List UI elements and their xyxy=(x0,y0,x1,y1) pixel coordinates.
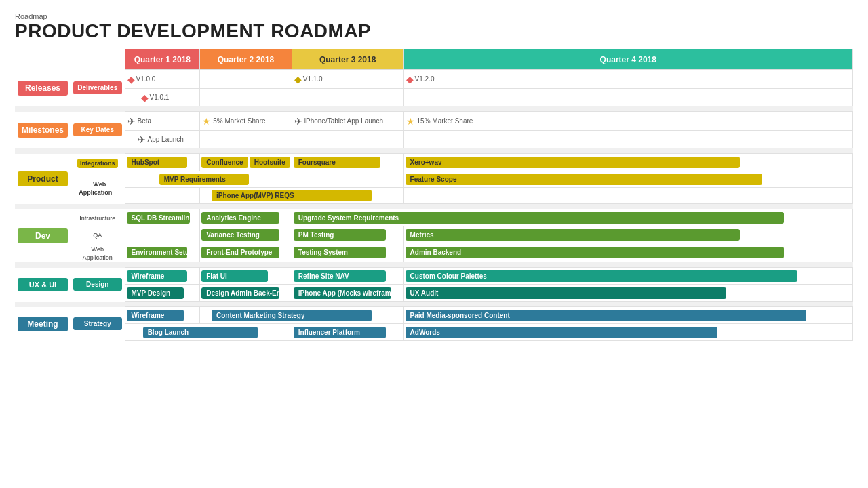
bar-admin-backend: Admin Backend xyxy=(406,247,785,258)
bar-foursquare: Foursquare xyxy=(294,157,380,168)
diamond-v100: ◆ xyxy=(127,74,135,85)
webapp-sublabel: WebApplication xyxy=(79,179,116,198)
bar-hubspot: HubSpot xyxy=(127,157,188,168)
bar-hootsuite: Hootsuite xyxy=(250,157,290,168)
spacer-4 xyxy=(15,262,853,268)
star-icon-5pct: ★ xyxy=(202,116,211,127)
infra-sublabel: Infrastructure xyxy=(79,215,115,222)
bar-colour-palettes: Custom Colour Palettes xyxy=(406,270,798,282)
bar-iphone-mvp: iPhone App(MVP) REQS xyxy=(212,190,372,201)
bar-sql: SQL DB Streamline xyxy=(127,212,190,224)
bar-influencer-platform: Influencer Platform xyxy=(294,327,386,338)
dev-label: Dev xyxy=(18,228,68,243)
releases-row-2: ◆ V1.0.1 xyxy=(15,89,853,106)
bar-confluence: Confluence xyxy=(201,157,248,168)
integrations-sublabel: Integrations xyxy=(77,159,118,168)
diamond-v101: ◆ xyxy=(141,92,149,103)
milestone-market-share-15: ★ 15% Market Share xyxy=(406,115,850,127)
bar-flat-ui: Flat UI xyxy=(201,270,268,282)
bar-blog-launch: Blog Launch xyxy=(143,327,258,338)
milestones-row-2: ✈ App Launch xyxy=(15,131,853,148)
bar-frontend: Front-End Prototype xyxy=(201,247,279,258)
bar-analytics: Analytics Engine xyxy=(201,212,279,224)
bar-mvp-design: MVP Design xyxy=(127,287,184,299)
bar-pm-testing: PM Testing xyxy=(294,229,386,241)
design-label: Design xyxy=(73,278,122,291)
star-icon-15pct: ★ xyxy=(406,116,415,127)
milestone-market-share-5: ★ 5% Market Share xyxy=(202,115,290,127)
spacer-2 xyxy=(15,148,853,154)
dev-webapp-sublabel: WebApplication xyxy=(83,246,113,261)
milestone-app-launch: ✈ App Launch xyxy=(127,134,198,146)
spacer-3 xyxy=(15,204,853,209)
product-webapp-row-2: iPhone App(MVP) REQS xyxy=(15,188,853,204)
ux-row-1: UX & UI Design Wireframe Flat UI Refine … xyxy=(15,268,853,285)
spacer-5 xyxy=(15,302,853,307)
strategy-label: Strategy xyxy=(73,317,122,330)
bar-feature-scope: Feature Scope xyxy=(406,174,762,185)
bar-metrics: Metrics xyxy=(406,229,740,241)
roadmap-table: Quarter 1 2018 Quarter 2 2018 Quarter 3 … xyxy=(15,49,853,341)
quarter-4-header: Quarter 4 2018 xyxy=(403,49,852,70)
bar-paid-media: Paid Media-sponsored Content xyxy=(406,310,807,321)
meeting-row-1: Meeting Strategy Wireframe Content Marke… xyxy=(15,307,853,324)
bar-upgrade-sys: Upgrade System Requirements xyxy=(294,212,785,224)
milestones-label: Milestones xyxy=(18,123,68,138)
diamond-v110: ◆ xyxy=(294,74,302,85)
dev-qa-row: QA Variance Testing PM Testing Metrics xyxy=(15,226,853,243)
header-label: Roadmap xyxy=(15,12,853,20)
quarter-3-header: Quarter 3 2018 xyxy=(292,49,403,70)
milestones-row-1: Milestones Key Dates ✈ Beta ★ 5% Mark xyxy=(15,112,853,131)
spacer-1 xyxy=(15,106,853,112)
keydates-label: Key Dates xyxy=(73,123,122,136)
qa-sublabel: QA xyxy=(93,232,102,239)
ux-label: UX & UI xyxy=(18,278,68,291)
bar-adwords: AdWords xyxy=(406,327,717,338)
release-v101: V1.0.1 xyxy=(150,94,170,101)
bar-variance: Variance Testing xyxy=(201,229,279,241)
bar-refine-nav: Refine Site NAV xyxy=(294,270,386,282)
bar-ux-audit: UX Audit xyxy=(406,287,726,299)
releases-label: Releases xyxy=(18,81,68,96)
releases-row: Releases Deliverables ◆ V1.0.0 xyxy=(15,70,853,89)
product-label: Product xyxy=(18,171,68,186)
release-v120: V1.2.0 xyxy=(415,75,435,83)
dev-webapp-row: WebApplication Environment Setup Front-E… xyxy=(15,243,853,262)
meeting-label: Meeting xyxy=(18,317,68,331)
deliverables-label: Deliverables xyxy=(73,81,122,94)
product-webapp-row-1: WebApplication MVP Requirements Feature … xyxy=(15,171,853,188)
plane-icon-beta: ✈ xyxy=(127,116,136,127)
bar-iphone-mocks: iPhone App (Mocks wireframe) xyxy=(294,287,391,299)
milestone-iphone-launch: ✈ iPhone/Tablet App Launch xyxy=(294,115,401,127)
quarter-1-header: Quarter 1 2018 xyxy=(125,49,200,70)
bar-design-admin: Design Admin Back-End xyxy=(201,287,279,299)
bar-testing-sys: Testing System xyxy=(294,247,386,258)
bar-content-marketing: Content Marketing Strategy xyxy=(212,310,372,321)
diamond-v120: ◆ xyxy=(406,74,414,85)
ux-row-2: MVP Design Design Admin Back-End iPhone … xyxy=(15,285,853,302)
release-v110: V1.1.0 xyxy=(303,75,323,83)
dev-infra-row: Dev Infrastructure SQL DB Streamline Ana… xyxy=(15,209,853,226)
bar-env-setup: Environment Setup xyxy=(127,247,188,258)
meeting-row-2: Blog Launch Influencer Platform AdWords xyxy=(15,324,853,341)
bar-wireframe-meeting: Wireframe xyxy=(127,310,184,321)
plane-icon-app: ✈ xyxy=(138,134,146,145)
quarter-2-header: Quarter 2 2018 xyxy=(200,49,292,70)
milestone-beta: ✈ Beta xyxy=(127,115,198,127)
bar-xero: Xero+wav xyxy=(406,157,740,168)
page-title: PRODUCT DEVELOPMENT ROADMAP xyxy=(15,20,853,42)
release-v100: V1.0.0 xyxy=(136,75,156,83)
bar-wireframe-ux: Wireframe xyxy=(127,270,188,282)
bar-mvp-req: MVP Requirements xyxy=(159,174,250,185)
product-integrations-row: Product Integrations HubSpot Confluence … xyxy=(15,154,853,171)
plane-icon-iphone: ✈ xyxy=(294,116,302,127)
